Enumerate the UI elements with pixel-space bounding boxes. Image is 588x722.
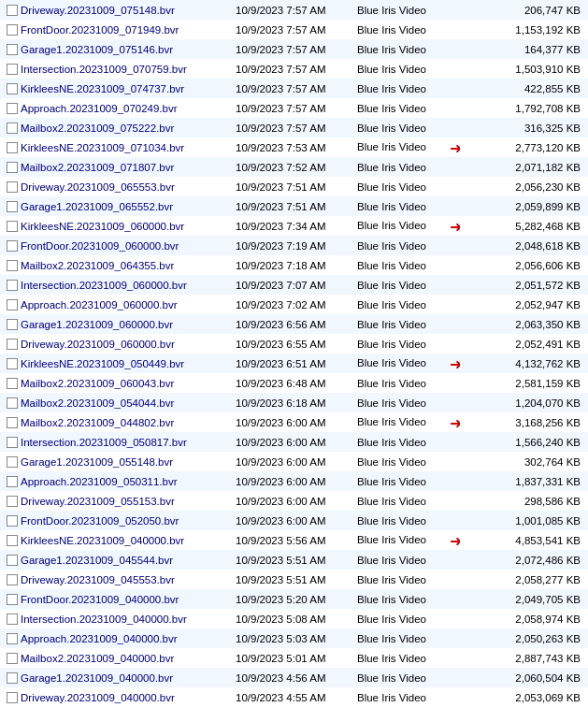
table-row[interactable]: Garage1.20231009_055148.bvr10/9/2023 6:0…	[0, 452, 588, 471]
table-row[interactable]: Intersection.20231009_040000.bvr10/9/202…	[0, 609, 588, 628]
table-row[interactable]: Garage1.20231009_075146.bvr10/9/2023 7:5…	[0, 39, 588, 59]
table-row[interactable]: Approach.20231009_060000.bvr10/9/2023 7:…	[0, 295, 588, 314]
file-type: Blue Iris Video	[357, 496, 460, 507]
row-checkbox[interactable]	[7, 535, 18, 546]
row-checkbox[interactable]	[7, 456, 18, 468]
row-checkbox[interactable]	[7, 397, 18, 409]
file-size: 1,153,192 KB	[460, 24, 584, 36]
table-row[interactable]: Mailbox2.20231009_054044.bvr10/9/2023 6:…	[0, 393, 588, 412]
table-row[interactable]: Driveway.20231009_060000.bvr10/9/2023 6:…	[0, 334, 588, 354]
row-checkbox[interactable]	[7, 476, 18, 487]
row-checkbox[interactable]	[7, 653, 18, 664]
row-checkbox[interactable]	[7, 240, 18, 252]
row-checkbox[interactable]	[7, 574, 18, 585]
table-row[interactable]: FrontDoor.20231009_071949.bvr10/9/2023 7…	[0, 20, 588, 39]
row-checkbox[interactable]	[7, 319, 18, 330]
arrow-icon: ➜	[450, 357, 460, 370]
row-checkbox[interactable]	[7, 299, 18, 310]
row-checkbox[interactable]	[7, 496, 18, 507]
file-size: 2,051,572 KB	[460, 280, 584, 291]
file-type: Blue Iris Video	[357, 83, 460, 94]
file-name: FrontDoor.20231009_071949.bvr	[21, 24, 236, 36]
table-row[interactable]: Mailbox2.20231009_044802.bvr10/9/2023 6:…	[0, 412, 588, 432]
table-row[interactable]: Mailbox2.20231009_075222.bvr10/9/2023 7:…	[0, 118, 588, 137]
file-date: 10/9/2023 5:20 AM	[236, 594, 357, 605]
row-checkbox[interactable]	[7, 44, 18, 55]
row-checkbox[interactable]	[7, 417, 18, 428]
table-row[interactable]: FrontDoor.20231009_052050.bvr10/9/2023 6…	[0, 511, 588, 530]
table-row[interactable]: Intersection.20231009_050817.bvr10/9/202…	[0, 432, 588, 452]
row-checkbox[interactable]	[7, 358, 18, 369]
table-row[interactable]: Approach.20231009_050311.bvr10/9/2023 6:…	[0, 471, 588, 491]
file-size: 2,058,974 KB	[460, 614, 584, 625]
table-row[interactable]: Approach.20231009_070249.bvr10/9/2023 7:…	[0, 98, 588, 118]
table-row[interactable]: KirkleesNE.20231009_050449.bvr10/9/2023 …	[0, 354, 588, 373]
file-size: 3,168,256 KB	[460, 417, 584, 428]
row-checkbox[interactable]	[7, 142, 18, 153]
file-name: Driveway.20231009_075148.bvr	[21, 5, 236, 16]
table-row[interactable]: Approach.20231009_040000.bvr10/9/2023 5:…	[0, 628, 588, 648]
file-name: Mailbox2.20231009_060043.bvr	[21, 378, 236, 389]
table-row[interactable]: Driveway.20231009_065553.bvr10/9/2023 7:…	[0, 177, 588, 196]
table-row[interactable]: Mailbox2.20231009_040000.bvr10/9/2023 5:…	[0, 648, 588, 668]
table-row[interactable]: Garage1.20231009_045544.bvr10/9/2023 5:5…	[0, 550, 588, 570]
file-type: Blue Iris Video	[357, 64, 460, 75]
row-checkbox[interactable]	[7, 162, 18, 173]
table-row[interactable]: Mailbox2.20231009_060043.bvr10/9/2023 6:…	[0, 373, 588, 393]
row-checkbox[interactable]	[7, 614, 18, 625]
table-row[interactable]: FrontDoor.20231009_060000.bvr10/9/2023 7…	[0, 236, 588, 255]
table-row[interactable]: Driveway.20231009_055153.bvr10/9/2023 6:…	[0, 491, 588, 511]
table-row[interactable]: Garage1.20231009_065552.bvr10/9/2023 7:5…	[0, 196, 588, 216]
row-checkbox[interactable]	[7, 515, 18, 527]
table-row[interactable]: KirkleesNE.20231009_074737.bvr10/9/2023 …	[0, 79, 588, 98]
row-checkbox[interactable]	[7, 594, 18, 605]
file-name: FrontDoor.20231009_060000.bvr	[21, 240, 236, 252]
table-row[interactable]: KirkleesNE.20231009_071034.bvr10/9/2023 …	[0, 137, 588, 157]
table-row[interactable]: Garage1.20231009_060000.bvr10/9/2023 6:5…	[0, 314, 588, 334]
arrow-icon: ➜	[450, 220, 460, 233]
file-date: 10/9/2023 7:57 AM	[236, 83, 357, 94]
table-row[interactable]: KirkleesNE.20231009_060000.bvr10/9/2023 …	[0, 216, 588, 236]
table-row[interactable]: Mailbox2.20231009_064355.bvr10/9/2023 7:…	[0, 255, 588, 275]
row-checkbox[interactable]	[7, 221, 18, 232]
row-checkbox[interactable]	[7, 378, 18, 389]
file-name: Garage1.20231009_065552.bvr	[21, 201, 236, 212]
row-checkbox[interactable]	[7, 64, 18, 75]
table-row[interactable]: Intersection.20231009_070759.bvr10/9/202…	[0, 59, 588, 79]
table-row[interactable]: Driveway.20231009_075148.bvr10/9/2023 7:…	[0, 0, 588, 20]
file-type: Blue Iris Video	[357, 5, 460, 16]
row-checkbox[interactable]	[7, 672, 18, 684]
file-size: 1,503,910 KB	[460, 64, 584, 75]
row-checkbox[interactable]	[7, 201, 18, 212]
file-name: KirkleesNE.20231009_071034.bvr	[21, 142, 236, 153]
row-checkbox[interactable]	[7, 83, 18, 94]
table-row[interactable]: Driveway.20231009_040000.bvr10/9/2023 4:…	[0, 687, 588, 707]
row-checkbox[interactable]	[7, 24, 18, 36]
file-name: Mailbox2.20231009_075222.bvr	[21, 123, 236, 134]
row-checkbox[interactable]	[7, 437, 18, 448]
file-name: FrontDoor.20231009_052050.bvr	[21, 515, 236, 527]
file-size: 1,837,331 KB	[460, 476, 584, 487]
file-date: 10/9/2023 6:00 AM	[236, 456, 357, 468]
table-row[interactable]: Driveway.20231009_045553.bvr10/9/2023 5:…	[0, 570, 588, 589]
file-type: Blue Iris Video	[357, 339, 460, 350]
file-date: 10/9/2023 5:51 AM	[236, 555, 357, 566]
row-checkbox[interactable]	[7, 5, 18, 16]
row-checkbox[interactable]	[7, 123, 18, 134]
table-row[interactable]: Garage1.20231009_040000.bvr10/9/2023 4:5…	[0, 668, 588, 687]
row-checkbox[interactable]	[7, 280, 18, 291]
row-checkbox[interactable]	[7, 260, 18, 271]
row-checkbox[interactable]	[7, 103, 18, 114]
file-size: 2,060,504 KB	[460, 672, 584, 684]
file-size: 2,059,899 KB	[460, 201, 584, 212]
row-checkbox[interactable]	[7, 339, 18, 350]
table-row[interactable]: KirkleesNE.20231009_040000.bvr10/9/2023 …	[0, 530, 588, 550]
row-checkbox[interactable]	[7, 692, 18, 703]
row-checkbox[interactable]	[7, 181, 18, 193]
table-row[interactable]: FrontDoor.20231009_040000.bvr10/9/2023 5…	[0, 589, 588, 609]
row-checkbox[interactable]	[7, 633, 18, 644]
table-row[interactable]: Mailbox2.20231009_071807.bvr10/9/2023 7:…	[0, 157, 588, 177]
file-type: Blue Iris Video	[357, 692, 460, 703]
table-row[interactable]: Intersection.20231009_060000.bvr10/9/202…	[0, 275, 588, 295]
row-checkbox[interactable]	[7, 555, 18, 566]
